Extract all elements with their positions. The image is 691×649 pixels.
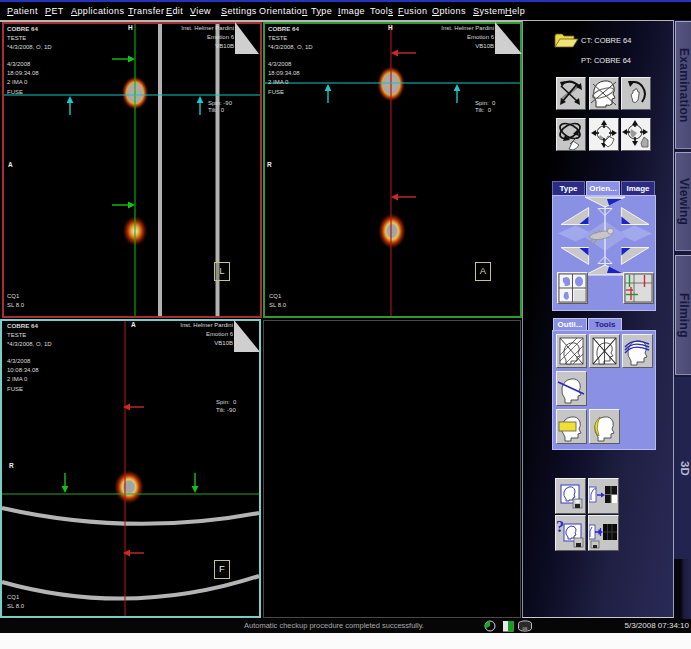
svg-text:?: ?: [556, 518, 564, 535]
svg-text:os: os: [523, 626, 529, 631]
